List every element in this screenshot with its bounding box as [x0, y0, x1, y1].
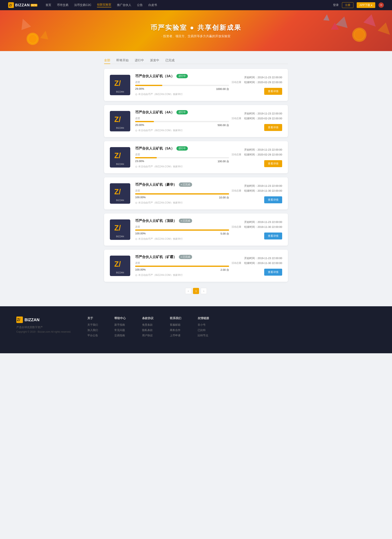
detail-button[interactable]: 查看详情 — [264, 88, 282, 95]
card-body: 币严合伙人云矿机（矿霸） 已完成 进度 活动总量 100.00% 2.00 台 … — [135, 255, 241, 277]
footer-customer-email[interactable]: 客服邮箱 — [170, 323, 181, 327]
card-1: Z/ BIZZAN 币严合伙人云矿机（3A） 进行中 进度 活动总量 29.00… — [104, 69, 288, 101]
card-header: 币严合伙人云矿机（3A） 进行中 — [135, 74, 241, 78]
card-header: 币严合伙人云矿机（5A） 进行中 — [135, 146, 241, 151]
progress-bar-bg — [135, 85, 229, 86]
nav-lab[interactable]: 创新实验室 — [97, 3, 111, 7]
footer-guide[interactable]: 新手指南 — [114, 323, 126, 327]
nav-c2c[interactable]: 法币交易C2C — [74, 3, 91, 7]
end-time: 结束时间：2020-02-29 22:00:00 — [244, 80, 282, 85]
footer-logo-text: BIZZAN — [24, 318, 39, 322]
pagination: ‹ 1 › — [104, 288, 288, 294]
total-label: 活动总量 — [231, 117, 241, 120]
card-5: Z/ BIZZAN 币严合伙人云矿机（顶级） 已完成 进度 活动总量 100.0… — [104, 213, 288, 245]
progress-labels: 进度 活动总量 — [135, 117, 241, 120]
status-badge: 已完成 — [179, 255, 192, 259]
progress-pct: 23.00% — [135, 159, 144, 163]
svg-marker-5 — [364, 14, 376, 27]
footer-col-help: 帮助中心 新手指南 常见问题 交易指南 — [114, 317, 126, 339]
bizzan-logo-svg: Z/ — [114, 149, 126, 162]
card-right: 开始时间：2019-11-23 22:00:00 结束时间：2019-11-30… — [241, 220, 282, 240]
footer-col-about: 关于 关于我们 加入我们 平台公告 — [87, 317, 98, 339]
prev-page-button[interactable]: ‹ — [185, 288, 191, 294]
logo[interactable]: Z/ BIZZAN BETA — [8, 2, 37, 8]
footer-link-yibit[interactable]: 已比特 — [198, 328, 209, 332]
progress-bar-bg — [135, 266, 229, 267]
detail-button[interactable]: 查看详情 — [264, 269, 282, 276]
tab-upcoming[interactable]: 即将开始 — [116, 57, 129, 64]
page-1-button[interactable]: 1 — [193, 288, 199, 294]
card-note: 本活动由币严（BIZZAN.COM）独家举行 — [135, 237, 241, 241]
svg-point-9 — [352, 28, 367, 42]
app-download-button[interactable]: APP下载 ▾ — [357, 2, 375, 8]
register-button[interactable]: 注册 — [342, 2, 353, 8]
total-label: 活动总量 — [231, 261, 241, 265]
card-logo: Z/ BIZZAN — [110, 75, 130, 95]
footer-link-feixiaohao[interactable]: 非小号 — [198, 323, 209, 327]
progress-values: 20.00% 500.00 台 — [135, 123, 229, 127]
svg-text:Z/: Z/ — [114, 224, 121, 232]
card-title: 币严合伙人云矿机（矿霸） — [135, 255, 177, 259]
nav-announce[interactable]: 公告 — [137, 3, 143, 7]
nav-menu: 首页 币市交易 法币交易C2C 创新实验室 推广合伙人 公告 白皮书 — [46, 3, 333, 7]
tab-distributing[interactable]: 派发中 — [150, 57, 159, 64]
detail-button[interactable]: 查看详情 — [264, 160, 282, 167]
card-body: 币严合伙人云矿机（3A） 进行中 进度 活动总量 29.00% 1000.00 … — [135, 74, 241, 96]
svg-point-10 — [354, 29, 365, 40]
svg-point-8 — [28, 34, 37, 43]
nav-home[interactable]: 首页 — [46, 3, 51, 7]
total-label: 活动总量 — [231, 225, 241, 229]
footer-join-us[interactable]: 加入我们 — [87, 328, 98, 332]
status-badge: 已完成 — [179, 183, 192, 187]
footer-listing[interactable]: 上币申请 — [170, 334, 181, 337]
footer-link-bitcoin-node[interactable]: 比特节点 — [198, 334, 209, 337]
footer-faq[interactable]: 常见问题 — [114, 328, 126, 332]
detail-button[interactable]: 查看详情 — [264, 124, 282, 131]
footer-contact-title: 联系我们 — [170, 317, 181, 320]
footer-disclaimer[interactable]: 免责条款 — [142, 323, 154, 327]
nav-partner[interactable]: 推广合伙人 — [117, 3, 131, 7]
detail-button[interactable]: 查看详情 — [264, 196, 282, 203]
language-button[interactable]: 中 — [378, 2, 384, 8]
progress-labels: 进度 活动总量 — [135, 189, 241, 192]
progress-label: 进度 — [135, 153, 140, 156]
nav-whitepaper[interactable]: 白皮书 — [148, 3, 157, 7]
status-badge: 进行中 — [176, 146, 188, 151]
progress-pct: 100.00% — [135, 268, 146, 272]
total-label: 活动总量 — [231, 189, 241, 192]
progress-pct: 100.00% — [135, 232, 146, 236]
start-time: 开始时间：2019-11-23 22:00:00 — [244, 183, 282, 188]
footer-terms-title: 条款协议 — [142, 317, 154, 320]
svg-marker-12 — [331, 23, 339, 30]
detail-button[interactable]: 查看详情 — [264, 232, 282, 240]
footer-about-us[interactable]: 关于我们 — [87, 323, 98, 327]
footer-business[interactable]: 商务合作 — [170, 328, 181, 332]
footer-announce[interactable]: 平台公告 — [87, 334, 98, 337]
progress-pct: 20.00% — [135, 123, 144, 127]
progress-bar-bg — [135, 157, 229, 158]
card-logo-label: BIZZAN — [114, 235, 126, 238]
tab-completed[interactable]: 已完成 — [165, 57, 175, 64]
progress-labels: 进度 活动总量 — [135, 261, 241, 265]
card-logo: Z/ BIZZAN — [110, 256, 130, 276]
card-body: 币严合伙人云矿机（4A） 进行中 进度 活动总量 20.00% 500.00 台… — [135, 110, 241, 132]
next-page-button[interactable]: › — [201, 288, 207, 294]
card-logo-label: BIZZAN — [114, 199, 126, 202]
card-dates: 开始时间：2019-11-23 22:00:00 结束时间：2019-11-30… — [244, 256, 282, 265]
footer-user-agreement[interactable]: 用户协议 — [142, 334, 154, 337]
start-time: 开始时间：2019-11-23 22:00:00 — [244, 220, 282, 224]
progress-pct: 29.00% — [135, 87, 144, 91]
progress-values: 100.00% 10.00 台 — [135, 196, 229, 199]
footer-trade-guide[interactable]: 交易指南 — [114, 334, 126, 337]
login-link[interactable]: 登录 — [333, 3, 339, 7]
progress-pct: 100.00% — [135, 196, 146, 199]
beta-badge: BETA — [31, 4, 37, 7]
bizzan-logo-svg: Z/ — [114, 258, 126, 270]
tab-ongoing[interactable]: 进行中 — [135, 57, 144, 64]
tab-all[interactable]: 全部 — [104, 57, 110, 64]
progress-bar-bg — [135, 193, 229, 194]
nav-coin-trade[interactable]: 币市交易 — [57, 3, 68, 7]
card-right: 开始时间：2019-11-23 22:00:00 结束时间：2019-11-30… — [241, 183, 282, 203]
footer-privacy[interactable]: 隐私条款 — [142, 328, 154, 332]
progress-values: 23.00% 100.00 台 — [135, 159, 229, 163]
